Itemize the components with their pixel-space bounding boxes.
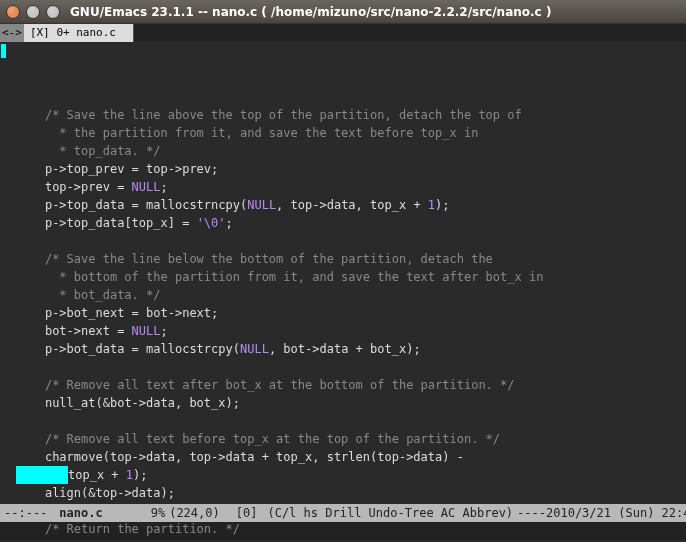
window-title: GNU/Emacs 23.1.1 -- nano.c ( /home/mizun…: [70, 5, 551, 19]
fringe-indicator: [1, 44, 6, 58]
number: 1: [428, 198, 435, 212]
comment: * the partition from it, and save the te…: [52, 126, 478, 140]
code-line: p->top_data = mallocstrncpy(: [45, 198, 247, 212]
number: 1: [126, 468, 133, 482]
code-line: p->bot_data = mallocstrcpy(: [45, 342, 240, 356]
code-line: p->bot_next = bot->next;: [45, 306, 218, 320]
comment: * bot_data. */: [52, 288, 160, 302]
code-line: p->top_prev = top->prev;: [45, 162, 218, 176]
comment: /* Remove all text after bot_x at the bo…: [45, 378, 515, 392]
editor-area[interactable]: /* Save the line above the top of the pa…: [0, 42, 686, 504]
code-line: align(&top->data);: [45, 486, 175, 500]
minimize-icon[interactable]: [26, 5, 40, 19]
keyword: NULL: [132, 180, 161, 194]
titlebar: GNU/Emacs 23.1.1 -- nano.c ( /home/mizun…: [0, 0, 686, 24]
code-line: ;: [161, 324, 168, 338]
code-line: bot->next =: [45, 324, 132, 338]
code-line: ;: [226, 216, 233, 230]
code-line: , top->data, top_x +: [276, 198, 428, 212]
tab-nav-arrows[interactable]: <->: [0, 24, 24, 42]
code-line: null_at(&bot->data, bot_x);: [45, 396, 240, 410]
code-line: p->top_data[top_x] =: [45, 216, 197, 230]
comment: /* Save the line above the top of the pa…: [45, 108, 522, 122]
code-line: top->prev =: [45, 180, 132, 194]
code-content[interactable]: /* Save the line above the top of the pa…: [4, 88, 686, 542]
comment: /* Remove all text before top_x at the t…: [45, 432, 500, 446]
tab-bar: <-> [X] 0+ nano.c: [0, 24, 686, 42]
keyword: NULL: [240, 342, 269, 356]
maximize-icon[interactable]: [46, 5, 60, 19]
comment: /* Return the partition. */: [45, 522, 240, 536]
string: '\0': [197, 216, 226, 230]
comment: * top_data. */: [52, 144, 160, 158]
keyword: NULL: [247, 198, 276, 212]
code-line: ;: [161, 180, 168, 194]
tab-active[interactable]: [X] 0+ nano.c: [24, 24, 134, 42]
code-line: );: [435, 198, 449, 212]
tab-label: 0+ nano.c: [56, 26, 116, 39]
close-icon[interactable]: [6, 5, 20, 19]
code-line: , bot->data + bot_x);: [269, 342, 421, 356]
code-line: top_x +: [68, 468, 126, 482]
tab-close-marker[interactable]: [X]: [30, 26, 50, 39]
selection-region: [16, 466, 68, 484]
keyword: NULL: [132, 324, 161, 338]
comment: * bottom of the partition from it, and s…: [52, 270, 543, 284]
window-controls: [6, 5, 60, 19]
code-line: );: [133, 468, 147, 482]
code-line: charmove(top->data, top->data + top_x, s…: [45, 450, 464, 464]
comment: /* Save the line below the bottom of the…: [45, 252, 493, 266]
